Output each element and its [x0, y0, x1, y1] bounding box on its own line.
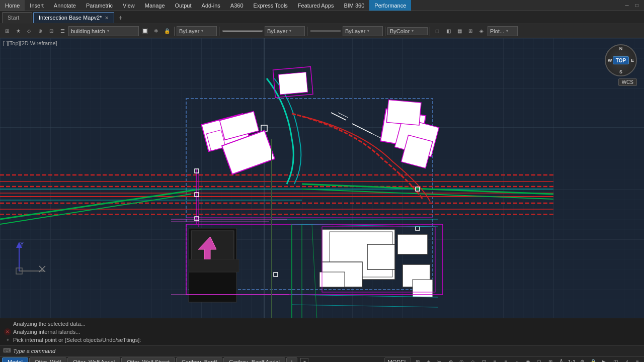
view-icon-4[interactable]: ⊞ [465, 26, 475, 36]
status-tab-otter-wolf[interactable]: Otter_Wolf [29, 357, 66, 363]
gizmo-icon[interactable]: ⊞ [546, 357, 555, 363]
toolbar-icon-5[interactable]: ⊡ [46, 26, 56, 36]
viewport: [-][Top][2D Wireframe] [0, 38, 644, 318]
menu-view[interactable]: View [118, 0, 140, 11]
command-prompt-icon: ⌨ [3, 347, 11, 354]
transparency-icon[interactable]: ○ [513, 357, 522, 363]
color-dropdown-2[interactable]: ByLayer ▾ [265, 26, 305, 36]
view-icon-3[interactable]: ▦ [454, 26, 464, 36]
cmd-line-2: ✕ Analyzing internal islands... [4, 328, 640, 336]
lineweight-bar[interactable] [310, 30, 341, 32]
3d-objects-icon[interactable]: ⬡ [535, 357, 544, 363]
tab-start[interactable]: Start [2, 12, 32, 23]
layer-properties-icon[interactable]: 🔲 [140, 26, 150, 36]
menu-output[interactable]: Output [170, 0, 197, 11]
command-input-area[interactable]: ⌨ Type a command [0, 345, 644, 356]
menu-manage[interactable]: Manage [140, 0, 170, 11]
tab-add-button[interactable]: + [115, 13, 125, 23]
color-dropdown-1[interactable]: ByLayer ▾ [177, 26, 217, 36]
status-right: MODEL ⊞ ◈ ⊢ ⊕ ◎ ◇ ⊡ ≡ ≡ ○ ◉ ⬡ ⊞ Ā 1:1 ⚙ … [384, 357, 642, 363]
linetype-bar[interactable] [222, 30, 263, 32]
svg-rect-29 [386, 100, 421, 125]
toolbar-icon-3[interactable]: ◇ [24, 26, 34, 36]
compass-center[interactable]: TOP [613, 56, 629, 64]
drawing-area[interactable] [0, 38, 644, 318]
hardware-acceleration-icon[interactable]: ▶ [600, 357, 609, 363]
ortho-icon[interactable]: ⊢ [435, 357, 444, 363]
restore-button[interactable]: □ [632, 2, 642, 10]
tab-add-layout[interactable]: + [286, 357, 297, 363]
separator-3 [307, 27, 307, 36]
menu-insert[interactable]: Insert [25, 0, 49, 11]
menu-home[interactable]: Home [0, 0, 25, 11]
model-space-btn[interactable]: MODEL [384, 357, 411, 363]
status-tab-otter-wolf-street[interactable]: Otter_Wolf Street [121, 357, 175, 363]
command-area: Analyzing the selected data... ✕ Analyzi… [0, 318, 644, 356]
plot-style-dropdown[interactable]: Plot... ▾ [488, 26, 518, 36]
command-output: Analyzing the selected data... ✕ Analyzi… [0, 318, 644, 345]
menu-bim360[interactable]: BIM 360 [339, 0, 369, 11]
selection-cycling-icon[interactable]: ◉ [524, 357, 533, 363]
minimize-button[interactable]: ─ [622, 2, 632, 10]
cmd-icon-3: ⌖ [4, 336, 11, 343]
command-input[interactable]: Type a command [13, 348, 55, 354]
layer-dropdown[interactable]: building hatch ▾ [68, 26, 139, 36]
axis-indicator: Y [9, 241, 54, 278]
layer-lock-icon[interactable]: 🔒 [162, 26, 172, 36]
customize-icon[interactable]: ≡ [633, 357, 642, 363]
menu-featuredapps[interactable]: Featured Apps [293, 0, 339, 11]
color3-arrow: ▾ [367, 29, 369, 33]
scale-label: 1:1 [568, 359, 576, 363]
polar-icon[interactable]: ⊕ [446, 357, 455, 363]
grid-icon[interactable]: ⊞ [413, 357, 422, 363]
menu-annotate[interactable]: Annotate [49, 0, 81, 11]
menu-addins[interactable]: Add-ins [197, 0, 225, 11]
layout-picker-icon[interactable]: ▾ [300, 358, 308, 363]
3d-snap-icon[interactable]: ◇ [468, 357, 477, 363]
view-icon-1[interactable]: ◻ [432, 26, 442, 36]
color2-arrow: ▾ [289, 29, 291, 33]
toolbar-icon-4[interactable]: ⊕ [35, 26, 45, 36]
compass: N S E W TOP [605, 44, 637, 76]
layer-freeze-icon[interactable]: ❄ [151, 26, 161, 36]
compass-north: N [619, 46, 623, 51]
isolate-objects-icon[interactable]: ◫ [611, 357, 620, 363]
tab-close-button[interactable]: ✕ [105, 15, 109, 21]
status-tab-otter-wolf-aerial[interactable]: Otter_Wolf Aerial [67, 357, 120, 363]
allow-disallow-icon[interactable]: ≡ [491, 357, 500, 363]
menu-parametric[interactable]: Parametric [81, 0, 118, 11]
view-icon-5[interactable]: ◈ [476, 26, 487, 36]
status-tab-caribou-banff[interactable]: Caribou_Banff [176, 357, 222, 363]
color-dropdown-3[interactable]: ByLayer ▾ [343, 26, 383, 36]
separator-1 [174, 27, 175, 36]
toolbar-icon-6[interactable]: ☰ [57, 26, 67, 36]
workspace-icon[interactable]: ⚙ [578, 357, 587, 363]
layer-dropdown-arrow: ▾ [107, 29, 109, 33]
status-bar: Model Otter_Wolf Otter_Wolf Aerial Otter… [0, 356, 644, 362]
viewport-label: [-][Top][2D Wireframe] [3, 40, 57, 46]
cmd-icon-1 [4, 320, 11, 327]
cmd-line-1: Analyzing the selected data... [4, 320, 640, 328]
toolbar-icon-1[interactable]: ⊞ [2, 26, 12, 36]
annotation-icon[interactable]: Ā [557, 357, 566, 363]
toolbar-icon-2[interactable]: ★ [13, 26, 23, 36]
status-tab-model[interactable]: Model [2, 357, 28, 363]
menu-a360[interactable]: A360 [225, 0, 249, 11]
fullscreen-icon[interactable]: ⤢ [622, 357, 631, 363]
object-snap-icon[interactable]: ◎ [457, 357, 466, 363]
view-icon-2[interactable]: ◧ [443, 26, 453, 36]
menu-expresstools[interactable]: Express Tools [249, 0, 293, 11]
snap-icon[interactable]: ◈ [424, 357, 433, 363]
compass-west: W [608, 58, 612, 63]
color-mode-dropdown[interactable]: ByColor ▾ [387, 27, 428, 35]
menu-performance[interactable]: Performance [369, 0, 411, 11]
lineweight-icon[interactable]: ≡ [502, 357, 511, 363]
layer-name: building hatch [71, 28, 105, 34]
color1-arrow: ▾ [201, 29, 203, 33]
status-tab-caribou-banff-aerial[interactable]: Caribou_Banff Aerial [223, 357, 285, 363]
menu-bar: Home Insert Annotate Parametric View Man… [0, 0, 644, 11]
lock-ui-icon[interactable]: 🔒 [589, 357, 598, 363]
wcs-badge: WCS [618, 78, 637, 86]
tab-active[interactable]: Intersection Base Mapv2* ✕ [33, 12, 114, 23]
object-track-icon[interactable]: ⊡ [479, 357, 489, 363]
